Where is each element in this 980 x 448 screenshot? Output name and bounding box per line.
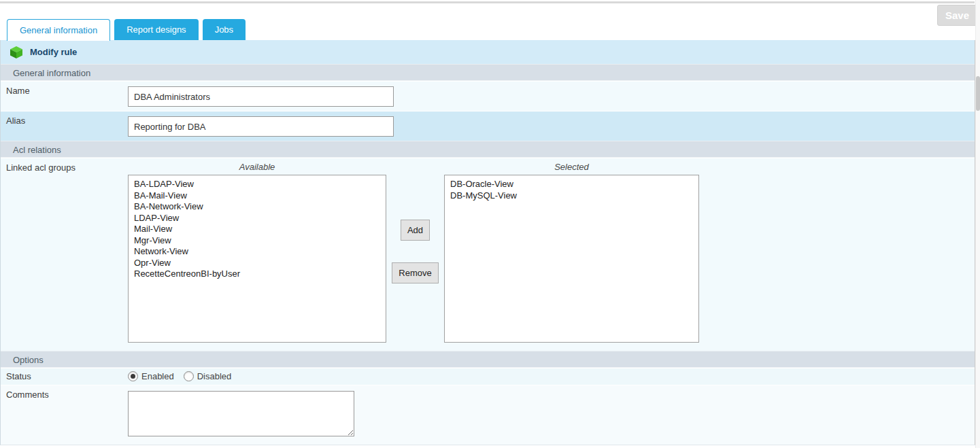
available-caption: Available	[128, 158, 386, 175]
list-item[interactable]: BA-Mail-View	[129, 190, 386, 202]
alias-input[interactable]	[128, 116, 394, 137]
alias-row: Alias	[1, 111, 975, 141]
list-item[interactable]: Opr-View	[129, 258, 386, 269]
enabled-radio-label: Enabled	[141, 371, 174, 381]
form-header: Modify rule	[1, 40, 975, 64]
list-item[interactable]: Network-View	[129, 246, 386, 258]
name-input[interactable]	[128, 86, 394, 107]
disabled-radio[interactable]	[184, 371, 194, 381]
add-button[interactable]: Add	[401, 220, 430, 241]
scrollbar-thumb[interactable]	[976, 76, 980, 111]
list-item[interactable]: DB-Oracle-View	[445, 179, 698, 190]
tab-bar: General information Report designs Jobs	[7, 19, 246, 40]
list-item[interactable]: DB-MySQL-View	[445, 190, 698, 202]
page-title: Modify rule	[30, 47, 77, 57]
tab-report-designs[interactable]: Report designs	[114, 19, 198, 40]
tab-general-information[interactable]: General information	[7, 19, 110, 41]
section-general-information: General information	[1, 64, 975, 81]
name-label: Name	[1, 82, 128, 111]
status-row: Status Enabled Disabled	[1, 368, 975, 385]
section-acl-relations: Acl relations	[1, 141, 975, 158]
available-listbox[interactable]: BA-LDAP-View BA-Mail-View BA-Network-Vie…	[128, 175, 386, 343]
selected-caption: Selected	[444, 158, 699, 175]
tab-jobs[interactable]: Jobs	[203, 19, 246, 40]
list-item[interactable]: LDAP-View	[129, 213, 386, 224]
remove-button[interactable]: Remove	[392, 262, 438, 283]
form-panel: Modify rule General information Name Ali…	[0, 40, 975, 445]
list-item[interactable]: Mail-View	[129, 224, 386, 235]
vertical-scrollbar[interactable]	[975, 0, 980, 448]
alias-label: Alias	[1, 111, 128, 141]
comments-label: Comments	[1, 385, 128, 445]
list-item[interactable]: BA-LDAP-View	[129, 179, 386, 190]
list-item[interactable]: BA-Network-View	[129, 201, 386, 213]
name-row: Name	[1, 81, 975, 111]
list-item[interactable]: RecetteCentreonBI-byUser	[129, 269, 386, 280]
comments-textarea[interactable]	[128, 391, 354, 436]
linked-acl-groups-label: Linked acl groups	[1, 158, 128, 351]
section-options: Options	[1, 351, 975, 368]
enabled-radio[interactable]	[128, 371, 138, 381]
status-label: Status	[1, 368, 128, 385]
selected-listbox[interactable]: DB-Oracle-View DB-MySQL-View	[444, 175, 699, 343]
green-cube-icon	[10, 46, 23, 59]
disabled-radio-label: Disabled	[197, 371, 232, 381]
save-button[interactable]: Save	[937, 5, 977, 26]
comments-row: Comments	[1, 385, 975, 445]
top-divider	[0, 1, 975, 3]
list-item[interactable]: Mgr-View	[129, 235, 386, 247]
linked-acl-groups-row: Linked acl groups Available BA-LDAP-View…	[1, 158, 975, 351]
